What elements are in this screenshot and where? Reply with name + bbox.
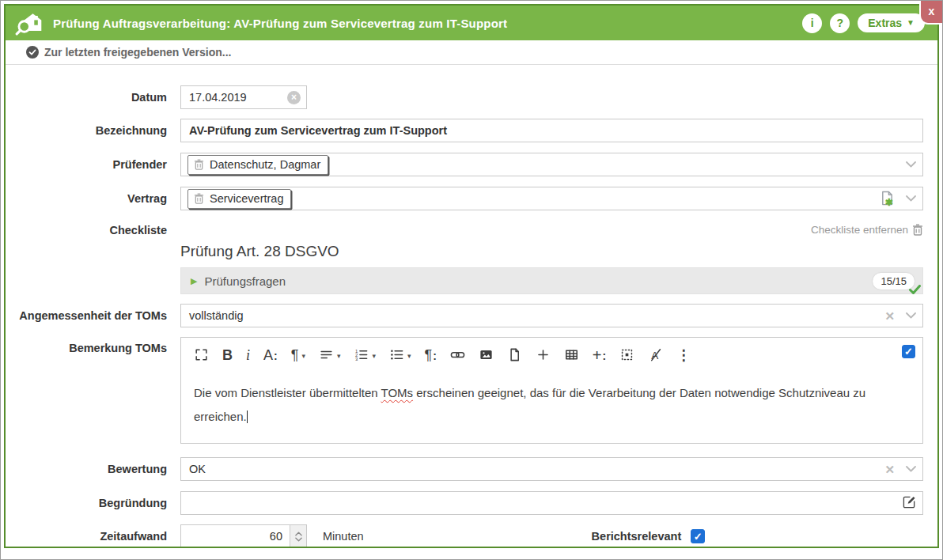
clear-selection-icon[interactable]: ✕	[884, 310, 895, 322]
editor-checkbox[interactable]	[902, 345, 915, 358]
checkliste-label: Checkliste	[6, 224, 167, 236]
help-button[interactable]: ?	[830, 13, 850, 33]
editor-content[interactable]: Die vom Dienstleister übermittelten TOMs…	[181, 370, 922, 443]
special-character-icon[interactable]	[619, 347, 634, 362]
vertrag-combobox[interactable]: Servicevertrag ✱	[180, 187, 923, 210]
dropdown-caret-icon[interactable]: ▾	[301, 352, 305, 362]
question-count-badge: 15/15	[873, 273, 915, 289]
link-icon[interactable]	[450, 347, 465, 362]
file-icon[interactable]	[507, 347, 522, 362]
vertrag-token-label: Servicevertrag	[210, 192, 283, 205]
help-icon: ?	[837, 17, 844, 29]
vertrag-token[interactable]: Servicevertrag	[187, 189, 291, 209]
dropdown-caret-icon[interactable]: ▾	[337, 352, 341, 362]
zeitaufwand-label: Zeitaufwand	[6, 530, 167, 543]
bewertung-label: Bewertung	[6, 463, 167, 475]
trash-icon[interactable]	[912, 224, 923, 236]
angemessenheit-select[interactable]: vollständig ✕	[180, 304, 923, 327]
bewertung-row: Bewertung OK ✕	[6, 457, 923, 481]
zeitaufwand-row: Zeitaufwand Minuten	[6, 524, 923, 548]
bold-icon[interactable]: B	[222, 348, 233, 362]
pruefender-combobox[interactable]: Datenschutz, Dagmar	[180, 153, 923, 176]
trash-icon[interactable]	[194, 193, 204, 204]
pruefender-token-label: Datenschutz, Dagmar	[210, 158, 320, 171]
dropdown-caret-icon[interactable]: ▾	[372, 352, 376, 362]
minutes-unit-label: Minuten	[323, 530, 364, 543]
fullscreen-icon[interactable]	[194, 347, 209, 362]
svg-text:3: 3	[355, 357, 358, 361]
more-options-icon[interactable]: ⋮	[676, 348, 691, 362]
paragraph-style-icon[interactable]: ¶▾	[291, 348, 305, 362]
clear-date-icon[interactable]: ×	[287, 91, 301, 104]
insert-plus-icon[interactable]	[536, 347, 551, 362]
insert-more-icon[interactable]: +:	[593, 348, 606, 362]
trash-icon[interactable]	[194, 159, 204, 170]
pruefender-token[interactable]: Datenschutz, Dagmar	[187, 155, 328, 175]
dialog-window: Prüfung Auftragsverarbeitung: AV-Prüfung…	[4, 4, 939, 548]
pruefungsfragen-section[interactable]: ▶ Prüfungsfragen 15/15	[180, 267, 923, 294]
info-button[interactable]: i	[802, 13, 822, 33]
chevron-down-icon[interactable]	[906, 161, 916, 168]
titlebar: Prüfung Auftragsverarbeitung: AV-Prüfung…	[6, 6, 937, 40]
bezeichnung-input[interactable]	[180, 119, 923, 142]
info-icon: i	[811, 17, 814, 29]
text-cursor	[247, 411, 248, 423]
question-count-value: 15/15	[881, 275, 907, 287]
remove-checkliste-link[interactable]: Checkliste entfernen	[811, 224, 923, 236]
dropdown-caret-icon[interactable]: ▾	[407, 352, 411, 362]
svg-text:✱: ✱	[885, 197, 893, 206]
page-title: Prüfung Auftragsverarbeitung: AV-Prüfung…	[53, 17, 507, 30]
last-released-version-link[interactable]: Zur letzten freigegebenen Version...	[44, 46, 232, 59]
checkliste-title: Prüfung Art. 28 DSGVO	[180, 243, 923, 260]
image-icon[interactable]	[479, 347, 494, 362]
angemessenheit-label: Angemessenheit der TOMs	[6, 309, 167, 322]
ordered-list-icon[interactable]: 123▾	[354, 347, 376, 362]
bemerkung-text-before: Die vom Dienstleister übermittelten	[194, 386, 381, 399]
zeitaufwand-input[interactable]	[180, 524, 307, 548]
version-bar: Zur letzten freigegebenen Version...	[6, 40, 937, 65]
rich-text-editor[interactable]: BiA:¶▾▾123▾▾¶:+:A⋮ Die vom Dienstleister…	[180, 337, 923, 444]
berichtsrelevant-checkbox[interactable]	[691, 529, 705, 543]
vertrag-row: Vertrag Servicevertrag	[6, 187, 923, 210]
table-icon[interactable]	[564, 347, 579, 362]
clear-selection-icon[interactable]: ✕	[884, 464, 895, 475]
datum-label: Datum	[6, 91, 167, 104]
berichtsrelevant-label: Berichtsrelevant	[592, 530, 682, 543]
bewertung-select[interactable]: OK ✕	[180, 457, 923, 481]
close-icon: x	[929, 5, 935, 17]
number-spinner[interactable]	[290, 525, 306, 547]
spinner-up-icon[interactable]	[295, 532, 302, 536]
spinner-down-icon[interactable]	[295, 537, 302, 542]
close-button[interactable]: x	[919, 1, 942, 25]
editor-toolbar: BiA:¶▾▾123▾▾¶:+:A⋮	[181, 338, 922, 370]
chevron-down-icon[interactable]	[906, 312, 916, 319]
angemessenheit-value: vollständig	[189, 309, 244, 322]
pruefender-label: Prüfender	[6, 158, 167, 171]
paragraph-options-icon[interactable]: ¶:	[425, 348, 437, 362]
begruendung-input[interactable]	[180, 491, 923, 515]
chevron-down-icon[interactable]	[906, 195, 916, 202]
clear-format-icon[interactable]: A	[648, 347, 663, 362]
form: Datum × Bezeichnung Prüfender	[6, 85, 937, 548]
unordered-list-icon[interactable]: ▾	[389, 347, 411, 362]
begruendung-label: Begründung	[6, 497, 167, 509]
new-document-icon[interactable]: ✱	[880, 191, 895, 206]
expand-triangle-icon[interactable]: ▶	[191, 277, 197, 286]
edit-pencil-icon[interactable]	[903, 495, 916, 509]
datum-row: Datum ×	[6, 85, 923, 109]
bemerkung-misspelled-word: TOMs	[381, 386, 413, 399]
chevron-down-icon[interactable]	[906, 466, 916, 472]
remove-checkliste-label: Checkliste entfernen	[811, 224, 908, 236]
italic-icon[interactable]: i	[246, 348, 250, 362]
green-check-icon	[909, 285, 921, 295]
align-icon[interactable]: ▾	[319, 347, 341, 362]
check-circle-icon	[26, 46, 39, 59]
pruefungsfragen-label: Prüfungsfragen	[204, 274, 286, 288]
angemessenheit-row: Angemessenheit der TOMs vollständig ✕	[6, 304, 923, 327]
font-size-icon[interactable]: A:	[263, 348, 278, 362]
audit-house-icon	[15, 9, 44, 37]
extras-button[interactable]: Extras ▼	[858, 13, 925, 32]
bewertung-value: OK	[189, 463, 206, 475]
bezeichnung-row: Bezeichnung	[6, 119, 923, 142]
begruendung-row: Begründung	[6, 491, 923, 515]
